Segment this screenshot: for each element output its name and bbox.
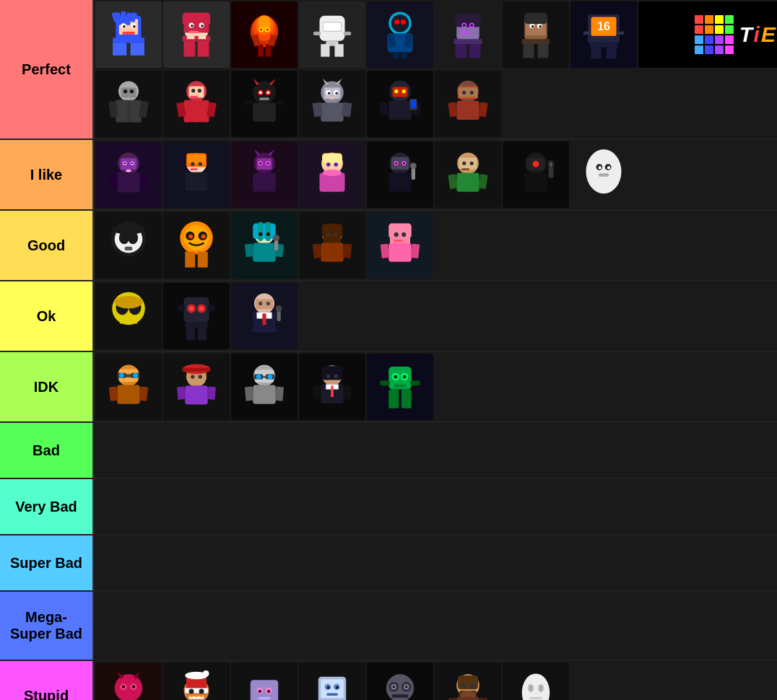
svg-rect-205 — [550, 162, 552, 167]
svg-rect-66 — [469, 44, 481, 58]
char-skid[interactable] — [163, 141, 230, 208]
char-hexrobot[interactable] — [163, 283, 230, 349]
char-hex2[interactable] — [367, 354, 433, 420]
char-senpai[interactable] — [163, 1, 230, 68]
char-tricky[interactable] — [95, 212, 162, 279]
svg-point-381 — [461, 683, 466, 688]
svg-rect-91 — [130, 100, 142, 123]
svg-point-237 — [273, 235, 279, 241]
tier-content-bad — [92, 423, 777, 478]
svg-rect-247 — [388, 223, 412, 238]
svg-rect-234 — [245, 244, 253, 257]
svg-rect-308 — [253, 385, 276, 403]
svg-rect-300 — [207, 387, 216, 400]
char-whiteghost[interactable] — [570, 141, 637, 208]
svg-point-261 — [115, 296, 143, 309]
svg-rect-76 — [538, 44, 549, 58]
char-annie[interactable] — [231, 141, 298, 208]
svg-rect-124 — [321, 102, 344, 121]
svg-rect-317 — [331, 385, 334, 397]
logo-colorblocks — [695, 15, 734, 54]
svg-point-206 — [586, 149, 622, 193]
char-stupid6[interactable] — [435, 662, 501, 700]
svg-rect-218 — [113, 227, 144, 232]
char-stupid3[interactable] — [231, 662, 298, 700]
char-zardy[interactable] — [367, 212, 433, 279]
char-carol[interactable] — [435, 71, 501, 137]
tier-content-perfect: 16 — [92, 0, 777, 139]
svg-point-242 — [334, 233, 338, 237]
svg-point-177 — [327, 164, 329, 166]
svg-rect-239 — [322, 224, 342, 237]
svg-rect-385 — [456, 697, 479, 700]
char-agoti[interactable] — [299, 71, 365, 137]
svg-rect-160 — [185, 172, 208, 191]
char-skullman[interactable] — [95, 283, 162, 349]
tier-content-good — [92, 211, 777, 280]
char-bf2[interactable] — [435, 141, 501, 208]
svg-text:16: 16 — [597, 20, 610, 32]
svg-rect-230 — [266, 222, 271, 241]
svg-point-201 — [533, 161, 539, 167]
char-whitty[interactable] — [367, 1, 433, 68]
svg-point-178 — [335, 164, 337, 166]
char-girlfriend[interactable] — [299, 212, 365, 279]
char-whitty2[interactable] — [503, 141, 569, 208]
svg-rect-360 — [258, 697, 271, 700]
svg-marker-105 — [253, 79, 259, 85]
svg-rect-86 — [121, 87, 136, 97]
svg-rect-279 — [245, 315, 253, 329]
char-pico[interactable] — [231, 354, 298, 420]
char-hank2[interactable] — [163, 212, 230, 279]
char-eteled[interactable] — [367, 71, 433, 137]
char-hank[interactable]: 16 — [570, 1, 637, 68]
char-spirit[interactable] — [95, 354, 162, 420]
svg-point-130 — [402, 89, 406, 93]
char-nene[interactable] — [503, 1, 569, 68]
char-sarvente[interactable] — [435, 1, 501, 68]
svg-rect-183 — [391, 157, 409, 170]
svg-rect-270 — [186, 328, 195, 341]
char-bf[interactable] — [95, 1, 162, 68]
char-hex[interactable] — [231, 71, 298, 137]
svg-point-231 — [259, 232, 262, 236]
char-miku[interactable] — [231, 212, 298, 279]
svg-point-34 — [260, 28, 263, 31]
char-whiterobot[interactable] — [299, 1, 365, 68]
tier-label-bad: Bad — [0, 423, 92, 478]
svg-point-314 — [334, 375, 338, 378]
svg-rect-36 — [258, 44, 263, 57]
svg-rect-113 — [246, 101, 254, 105]
char-stupid7[interactable] — [503, 662, 569, 700]
char-void[interactable] — [367, 141, 433, 208]
char-stupid2[interactable] — [163, 662, 230, 700]
svg-point-140 — [470, 91, 474, 95]
svg-rect-75 — [524, 44, 534, 58]
tier-label-ilike: I like — [0, 140, 92, 209]
char-stupid4[interactable] — [299, 662, 365, 700]
char-suitguy[interactable] — [231, 283, 298, 349]
tier-content-verybad — [92, 479, 777, 534]
char-jf[interactable] — [163, 354, 230, 420]
char-stupid1[interactable] — [95, 662, 162, 700]
char-ruv[interactable] — [95, 141, 162, 208]
svg-point-62 — [471, 24, 474, 27]
svg-point-249 — [394, 232, 399, 237]
svg-point-49 — [391, 14, 409, 32]
svg-rect-273 — [256, 299, 274, 309]
char-trenchcoat[interactable] — [95, 71, 162, 137]
svg-point-51 — [401, 19, 406, 25]
char-tabi[interactable] — [231, 1, 298, 68]
svg-rect-268 — [208, 305, 216, 311]
char-monika[interactable] — [299, 141, 365, 208]
svg-point-223 — [188, 235, 193, 239]
svg-point-190 — [410, 162, 417, 169]
svg-point-193 — [462, 162, 466, 165]
svg-rect-328 — [380, 380, 390, 385]
svg-rect-80 — [590, 43, 618, 48]
svg-rect-229 — [258, 222, 263, 241]
char-senpai2[interactable] — [299, 354, 365, 420]
char-garcello[interactable] — [163, 71, 230, 137]
svg-point-72 — [539, 25, 542, 28]
char-stupid5[interactable] — [367, 662, 433, 700]
